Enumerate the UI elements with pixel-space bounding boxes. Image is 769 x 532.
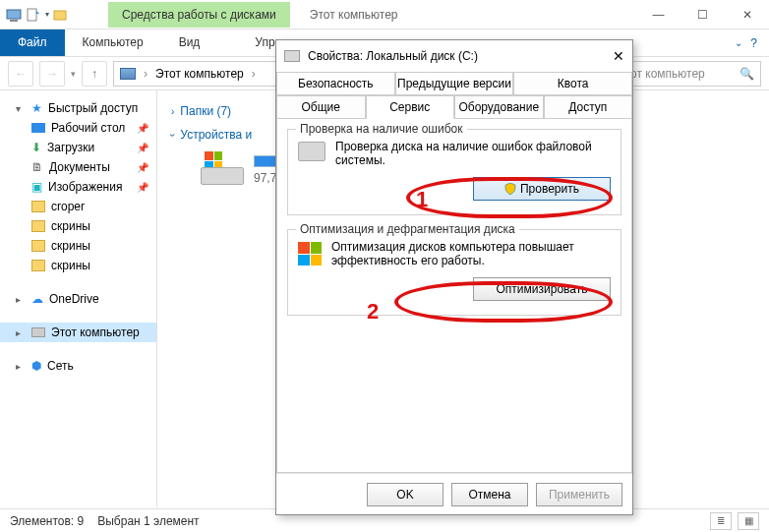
qat-customize-icon[interactable]: ▾: [45, 10, 49, 19]
pc-icon: [120, 68, 136, 80]
nav-forward-button[interactable]: →: [39, 61, 65, 87]
qat-newfolder-icon[interactable]: [53, 7, 69, 23]
ribbon-context-tab[interactable]: Средства работы с дисками: [108, 2, 290, 28]
defrag-icon: [298, 242, 322, 266]
sidebar-desktop[interactable]: Рабочий стол📌: [0, 118, 156, 138]
menu-computer[interactable]: Компьютер: [65, 30, 161, 56]
optimize-title: Оптимизация и дефрагментация диска: [296, 222, 519, 236]
document-icon: 🗎: [31, 160, 43, 174]
window-title: Этот компьютер: [310, 8, 398, 22]
svg-rect-3: [54, 11, 66, 20]
status-selection: Выбран 1 элемент: [97, 514, 199, 528]
pc-icon: [31, 327, 45, 337]
annotation-number-2: 2: [367, 299, 379, 325]
sidebar-quick-access[interactable]: ▾★Быстрый доступ: [0, 98, 156, 118]
download-icon: ⬇: [31, 141, 41, 154]
pin-icon: 📌: [137, 123, 148, 134]
drive-icon: [284, 50, 300, 62]
view-details-button[interactable]: ≣: [710, 512, 732, 530]
sidebar-onedrive[interactable]: ▸☁OneDrive: [0, 289, 156, 309]
svg-rect-1: [10, 20, 18, 22]
qat-properties-icon[interactable]: [26, 7, 41, 23]
optimize-desc: Оптимизация дисков компьютера повышает э…: [331, 240, 611, 267]
sidebar-downloads[interactable]: ⬇Загрузки📌: [0, 138, 156, 157]
desktop-icon: [31, 123, 45, 133]
sidebar-network[interactable]: ▸⬢Сеть: [0, 356, 156, 376]
chevron-down-icon: ›: [167, 133, 178, 136]
chevron-right-icon[interactable]: ›: [142, 67, 149, 81]
navigation-pane: ▾★Быстрый доступ Рабочий стол📌 ⬇Загрузки…: [0, 90, 157, 507]
chevron-right-icon: ›: [171, 106, 174, 117]
tab-sharing[interactable]: Доступ: [544, 95, 633, 119]
sidebar-folder-skriny[interactable]: скрины: [0, 216, 156, 236]
folder-icon: [31, 201, 45, 212]
cancel-button[interactable]: Отмена: [451, 483, 528, 506]
check-button[interactable]: Проверить: [473, 177, 611, 201]
cloud-icon: ☁: [31, 292, 43, 306]
tab-security[interactable]: Безопасность: [276, 72, 395, 95]
sidebar-folder-skriny[interactable]: скрины: [0, 236, 156, 256]
sidebar-thispc[interactable]: ▸Этот компьютер: [0, 323, 156, 342]
dialog-close-button[interactable]: ✕: [613, 48, 624, 64]
optimize-button[interactable]: Оптимизировать: [473, 277, 611, 301]
error-check-desc: Проверка диска на наличие ошибок файлово…: [335, 140, 611, 167]
error-check-group: Проверка на наличие ошибок Проверка диск…: [287, 129, 621, 215]
help-icon[interactable]: ?: [750, 36, 757, 50]
shield-icon: [504, 183, 516, 195]
optimize-group: Оптимизация и дефрагментация диска Оптим…: [287, 229, 621, 316]
view-tiles-button[interactable]: ▦: [738, 512, 759, 530]
tab-tools[interactable]: Сервис: [366, 95, 455, 119]
tab-previous-versions[interactable]: Предыдущие версии: [395, 72, 514, 95]
pictures-icon: ▣: [31, 180, 42, 194]
ribbon-expand-icon[interactable]: ⌄: [735, 37, 742, 48]
folder-icon: [31, 220, 45, 232]
app-icon: [6, 7, 22, 23]
search-input[interactable]: от компьютер 🔍: [623, 61, 761, 87]
status-item-count: Элементов: 9: [10, 514, 84, 528]
network-icon: ⬢: [31, 359, 41, 373]
tab-quota[interactable]: Квота: [513, 72, 632, 95]
nav-up-button[interactable]: ↑: [82, 61, 107, 87]
pin-icon: 📌: [137, 182, 148, 193]
apply-button[interactable]: Применить: [536, 483, 622, 506]
sidebar-folder-croper[interactable]: croper: [0, 197, 156, 216]
nav-back-button[interactable]: ←: [8, 61, 33, 87]
maximize-button[interactable]: ☐: [680, 0, 725, 30]
tab-general[interactable]: Общие: [276, 95, 366, 119]
file-menu[interactable]: Файл: [0, 30, 65, 56]
pin-icon: 📌: [137, 143, 148, 153]
hdd-icon: [298, 142, 325, 161]
search-placeholder: от компьютер: [630, 67, 705, 81]
sidebar-folder-skriny[interactable]: скрины: [0, 256, 156, 275]
svg-rect-2: [28, 9, 36, 21]
pin-icon: 📌: [137, 162, 148, 173]
star-icon: ★: [31, 101, 42, 115]
nav-recent-icon[interactable]: ▾: [71, 69, 76, 79]
chevron-right-icon[interactable]: ›: [250, 67, 258, 81]
properties-dialog: Свойства: Локальный диск (C:) ✕ Безопасн…: [275, 39, 633, 515]
svg-rect-0: [7, 10, 21, 19]
menu-view[interactable]: Вид: [161, 30, 218, 56]
drive-icon: [201, 151, 244, 185]
dialog-title: Свойства: Локальный диск (C:): [308, 49, 478, 63]
breadcrumb-thispc[interactable]: Этот компьютер: [155, 67, 244, 81]
ok-button[interactable]: OK: [367, 483, 444, 506]
error-check-title: Проверка на наличие ошибок: [296, 122, 467, 136]
tab-hardware[interactable]: Оборудование: [454, 95, 544, 119]
minimize-button[interactable]: —: [636, 0, 680, 30]
close-button[interactable]: ✕: [725, 0, 769, 30]
folder-icon: [31, 240, 45, 252]
folder-icon: [31, 260, 45, 271]
sidebar-documents[interactable]: 🗎Документы📌: [0, 157, 156, 177]
sidebar-pictures[interactable]: ▣Изображения📌: [0, 177, 156, 197]
search-icon: 🔍: [739, 67, 754, 81]
